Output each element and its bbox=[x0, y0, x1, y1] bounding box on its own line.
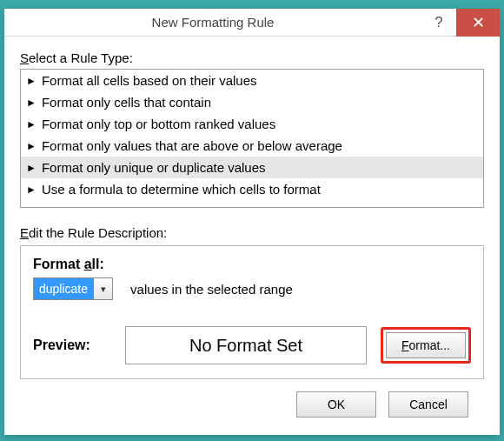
preview-box: No Format Set bbox=[125, 326, 367, 364]
format-button[interactable]: Format... bbox=[386, 332, 466, 358]
rule-type-item-label: Format only unique or duplicate values bbox=[42, 160, 266, 175]
rule-type-item[interactable]: ►Format all cells based on their values bbox=[21, 70, 483, 91]
duplicate-unique-select[interactable]: duplicate ▾ bbox=[33, 277, 113, 300]
select-value: duplicate bbox=[34, 278, 93, 299]
close-icon[interactable]: ✕ bbox=[456, 9, 500, 37]
rule-description-group: Format all: duplicate ▾ values in the se… bbox=[20, 245, 484, 379]
arrow-icon: ► bbox=[26, 163, 36, 173]
arrow-icon: ► bbox=[26, 184, 36, 195]
window-title: New Formatting Rule bbox=[4, 15, 421, 30]
rule-type-item[interactable]: ►Format only unique or duplicate values bbox=[21, 157, 483, 178]
select-rule-type-label: Select a Rule Type: bbox=[20, 50, 484, 65]
preview-row: Preview: No Format Set Format... bbox=[33, 326, 471, 364]
format-all-label: Format all: bbox=[33, 257, 471, 272]
dialog-body: Select a Rule Type: ►Format all cells ba… bbox=[4, 37, 500, 430]
dialog-footer: OK Cancel bbox=[20, 379, 484, 418]
rule-type-item-label: Format only top or bottom ranked values bbox=[42, 117, 275, 131]
edit-rule-description-label: Edit the Rule Description: bbox=[20, 225, 484, 240]
format-all-row: duplicate ▾ values in the selected range bbox=[33, 277, 471, 300]
rule-type-item-label: Format only cells that contain bbox=[42, 95, 211, 110]
edit-rule-description-section: Edit the Rule Description: Format all: d… bbox=[20, 225, 484, 379]
rule-type-item[interactable]: ►Format only cells that contain bbox=[21, 91, 483, 113]
cancel-button[interactable]: Cancel bbox=[388, 391, 468, 418]
titlebar: New Formatting Rule ? ✕ bbox=[4, 9, 500, 37]
preview-label: Preview: bbox=[33, 337, 111, 353]
rule-type-item-label: Use a formula to determine which cells t… bbox=[42, 182, 321, 197]
rule-type-item-label: Format all cells based on their values bbox=[42, 73, 257, 88]
rule-type-list[interactable]: ►Format all cells based on their values►… bbox=[20, 69, 484, 208]
rule-type-item[interactable]: ►Format only top or bottom ranked values bbox=[21, 113, 483, 135]
dialog-window: New Formatting Rule ? ✕ Select a Rule Ty… bbox=[4, 9, 500, 435]
rule-type-item[interactable]: ►Use a formula to determine which cells … bbox=[21, 178, 483, 200]
help-icon[interactable]: ? bbox=[421, 14, 456, 31]
arrow-icon: ► bbox=[26, 119, 36, 130]
arrow-icon: ► bbox=[26, 141, 36, 151]
arrow-icon: ► bbox=[26, 76, 36, 86]
ok-button[interactable]: OK bbox=[296, 391, 376, 418]
rule-type-item-label: Format only values that are above or bel… bbox=[42, 138, 342, 153]
format-button-highlight: Format... bbox=[381, 327, 471, 364]
rule-type-item[interactable]: ►Format only values that are above or be… bbox=[21, 135, 483, 157]
range-text: values in the selected range bbox=[130, 282, 293, 297]
arrow-icon: ► bbox=[26, 97, 36, 108]
chevron-down-icon: ▾ bbox=[93, 278, 112, 299]
